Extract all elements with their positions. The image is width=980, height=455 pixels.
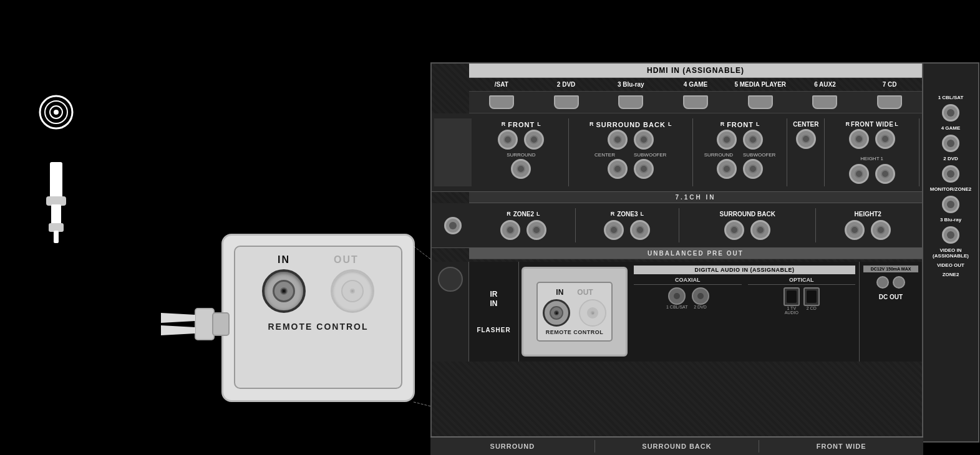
terminal-height1-r (849, 164, 869, 184)
rc-in-label: IN (556, 288, 563, 297)
speaker-group-front2: R FRONT L SURROUND SUBWOOFER (693, 118, 788, 186)
bottom-section: IRIN FLASHER IN OUT (432, 262, 922, 362)
optical-label: OPTICAL (748, 277, 856, 285)
bottom-bar-surround: SURROUND (430, 440, 595, 453)
terminal-zone2-l (526, 220, 546, 240)
receiver-panel: HDMI IN (ASSIGNABLE) /SAT 2 DVD 3 Blu-ra… (430, 62, 979, 443)
svg-rect-4 (50, 162, 62, 199)
terminal-sb-r (608, 130, 628, 150)
right-col-label-zone2: ZONE2 (943, 272, 959, 277)
hdmi-port-3 (598, 95, 663, 109)
dc-out-section: DC12V 150mA MAX DC OUT (860, 262, 922, 362)
input-label-cblsat: /SAT (469, 81, 534, 88)
coax-optical-row: COAXIAL 1 CBL/SAT 2 DVD (634, 277, 855, 315)
remote-out-port (331, 269, 374, 313)
height2-preout: HEIGHT2 (816, 208, 919, 242)
hdmi-port-6 (793, 95, 858, 109)
optical-port-2: 2 CD (803, 287, 820, 315)
remote-out-label: OUT (334, 254, 359, 266)
terminal-h2-r (845, 220, 865, 240)
rc-port-out (579, 299, 606, 327)
svg-rect-7 (49, 223, 64, 232)
digital-audio-section: DIGITAL AUDIO IN (ASSIGNABLE) COAXIAL 1 … (630, 262, 860, 362)
remote-ports (262, 269, 374, 313)
ir-in-label: IRIN (490, 290, 498, 308)
bottom-bar-front-wide: FRONT WIDE (759, 440, 923, 453)
terminal-front2-l (743, 130, 763, 150)
input-label-bluray: 3 Blu-ray (598, 81, 663, 88)
svg-point-3 (54, 110, 59, 115)
rc-small-labels: IN OUT (556, 288, 593, 297)
terminal-center (608, 159, 628, 179)
right-terminal-1 (942, 104, 959, 122)
svg-rect-14 (213, 313, 229, 335)
terminal-height1-l (875, 164, 895, 184)
input-label-cd: 7 CD (857, 81, 922, 88)
speaker-terminals-section: R FRONT L SURROUND (432, 113, 922, 192)
rc-small-inner: IN OUT (536, 282, 613, 342)
input-labels-row: /SAT 2 DVD 3 Blu-ray 4 GAME 5 MEDIA PLAY… (469, 78, 922, 92)
right-terminal-5 (942, 226, 959, 244)
terminal-fw-l (875, 129, 895, 149)
terminal-front-r (498, 130, 518, 150)
remote-box-inner: IN OUT REMOTE CON (234, 246, 402, 389)
speaker-group-center: CENTER (787, 118, 825, 186)
terminal-zone3-r (604, 220, 624, 240)
terminal-center2 (796, 129, 816, 149)
surround-back-preout: SURROUND BACK (679, 208, 816, 242)
hdmi-port-1 (469, 95, 534, 109)
optical-group: OPTICAL 1 TVAUDIO 2 CD (748, 277, 856, 315)
left-icons-area (37, 93, 75, 243)
terminal-zone2-r (500, 220, 520, 240)
input-label-aux2: 6 AUX2 (793, 81, 858, 88)
svg-marker-12 (161, 313, 195, 323)
remote-control-text: REMOTE CONTROL (268, 322, 369, 332)
terminal-sbp-l (750, 220, 770, 240)
coax-port-1: 1 CBL/SAT (666, 287, 688, 309)
right-input-column: 1 CBL/SAT 4 GAME 2 DVD MONITOR/ZONE2 3 B… (922, 64, 978, 441)
coaxial-ports: 1 CBL/SAT 2 DVD (634, 287, 742, 309)
hdmi-port-5 (728, 95, 793, 109)
terminal-sub (634, 159, 654, 179)
terminal-front2-r (717, 130, 737, 150)
right-col-label-2: 4 GAME (941, 125, 961, 131)
cable-plug-svg (161, 305, 230, 343)
dc-port-1 (876, 276, 889, 289)
zone-preout-row: R ZONE2 L R ZONE3 L (432, 203, 922, 248)
optical-port-1: 1 TVAUDIO (784, 287, 800, 315)
zone3-group: R ZONE3 L (576, 208, 680, 242)
dc-port-2 (893, 276, 905, 289)
rc-out-label: OUT (577, 288, 593, 297)
dc-out-header: DC12V 150mA MAX (863, 266, 918, 272)
coaxial-group: COAXIAL 1 CBL/SAT 2 DVD (634, 277, 742, 315)
hdmi-ports-row (469, 92, 922, 113)
rc-small-ports (543, 299, 606, 327)
svg-rect-5 (46, 196, 66, 206)
remote-in-label: IN (278, 254, 290, 266)
flasher-label: FLASHER (477, 327, 510, 333)
unbalanced-pre-out-label: UNBALANCED PRE OUT (469, 248, 922, 259)
bottom-labels-bar: SURROUND SURROUND BACK FRONT WIDE (430, 436, 923, 455)
rc-port-in (543, 299, 570, 327)
svg-marker-13 (161, 325, 195, 335)
terminal-fw-r (849, 129, 869, 149)
speaker-group-surround-back: R SURROUND BACK L CENTER SUBWOOFER (569, 118, 693, 186)
ir-in-section: IRIN FLASHER (469, 262, 519, 362)
terminal-front-l (524, 130, 544, 150)
digital-audio-header: DIGITAL AUDIO IN (ASSIGNABLE) (634, 266, 855, 274)
terminal-sbp-r (724, 220, 744, 240)
terminal-surround2 (717, 159, 737, 179)
hdmi-port-2 (534, 95, 599, 109)
in-out-labels: IN OUT (278, 254, 359, 266)
seven-ch-in-label: 7.1CH IN (469, 192, 922, 203)
remote-in-port (262, 269, 306, 313)
right-col-label-3: 2 DVD (943, 156, 958, 161)
input-label-dvd: 2 DVD (534, 81, 599, 88)
right-col-label-5: 3 Blu-ray (940, 217, 961, 223)
right-col-label-video-in: VIDEO IN (ASSIGNABLE) (926, 247, 976, 259)
svg-rect-6 (51, 204, 61, 226)
dc-ports (876, 276, 905, 289)
terminal-surround (511, 159, 531, 179)
zone2-group: R ZONE2 L (472, 208, 576, 242)
right-col-label-4: MONITOR/ZONE2 (930, 186, 972, 192)
